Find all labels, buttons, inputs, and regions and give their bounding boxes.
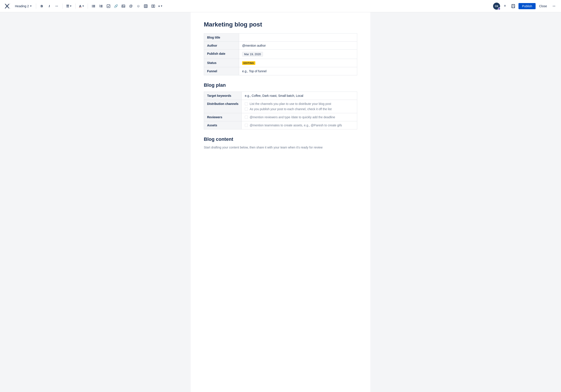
checkbox-row-4: @mention teammates to create assets, e.g… (245, 124, 354, 127)
svg-point-2 (92, 6, 93, 6)
table-value-funnel[interactable]: e.g., Top of funnel (239, 67, 357, 75)
close-button[interactable]: Close (537, 3, 549, 9)
toolbar-divider-2 (63, 3, 63, 9)
table-value-publish-date[interactable]: Mar 19, 2020 (239, 50, 357, 59)
svg-rect-20 (152, 5, 153, 7)
text-color-dropdown[interactable]: A ▼ (78, 3, 86, 10)
avatar-badge (498, 7, 500, 10)
blog-plan-table: Target keywords e.g., Coffee, Dark roast… (204, 92, 357, 129)
checkbox-row-3: @mention reviewers and type /date to qui… (245, 116, 354, 119)
table-label-funnel: Funnel (204, 67, 239, 75)
toolbar-divider-4 (88, 3, 88, 9)
publish-button[interactable]: Publish (518, 3, 536, 9)
blog-content-section: Blog content Start drafting your content… (204, 137, 357, 149)
task-list-button[interactable] (105, 3, 112, 10)
table-label-author: Author (204, 42, 239, 50)
align-dropdown[interactable]: ☰ ▼ (65, 3, 73, 10)
checkbox-label-3: @mention reviewers and type /date to qui… (250, 116, 335, 119)
table-row: Funnel e.g., Top of funnel (204, 67, 357, 75)
chevron-down-icon: ▼ (30, 5, 32, 7)
page-title: Marketing blog post (204, 21, 357, 28)
main-content: Marketing blog post Blog title Author @m… (191, 12, 370, 392)
table-row: Assets @mention teammates to create asse… (204, 121, 357, 129)
svg-rect-7 (100, 5, 103, 5)
svg-rect-15 (144, 5, 147, 8)
table-value-distribution: List the channels you plan to use to dis… (242, 100, 357, 113)
toolbar-right: CK + Publish Close ··· (493, 3, 558, 10)
image-button[interactable] (120, 3, 127, 10)
blog-content-description: Start drafting your content below, then … (204, 146, 357, 149)
table-value-reviewers: @mention reviewers and type /date to qui… (242, 113, 357, 121)
table-label-publish-date: Publish date (204, 50, 239, 59)
svg-rect-21 (153, 5, 155, 7)
info-table: Blog title Author @mention author Publis… (204, 33, 357, 75)
checkbox-4[interactable] (245, 124, 248, 127)
table-label-status: Status (204, 59, 239, 67)
table-value-assets: @mention teammates to create assets, e.g… (242, 121, 357, 129)
svg-rect-24 (512, 6, 514, 8)
chevron-down-icon-align: ▼ (70, 5, 72, 7)
numbered-list-button[interactable]: 1.2.3. (97, 3, 105, 10)
table-label-target-keywords: Target keywords (204, 92, 242, 100)
table-row: Reviewers @mention reviewers and type /d… (204, 113, 357, 121)
chevron-down-icon-color: ▼ (82, 5, 84, 7)
checkbox-label-2: As you publish your post to each channel… (250, 107, 332, 111)
status-badge[interactable]: EDITING (242, 61, 255, 65)
text-format-group: B I ··· (38, 3, 60, 10)
chevron-down-icon-plus: ▼ (161, 5, 162, 7)
toolbar: Heading 2 ▼ B I ··· ☰ ▼ A ▼ 1.2.3. 🔗 (0, 0, 561, 12)
svg-rect-1 (93, 5, 95, 5)
columns-button[interactable] (150, 3, 157, 10)
app-logo[interactable] (3, 3, 11, 10)
insert-plus-dropdown[interactable]: + ▼ (157, 3, 163, 10)
blog-plan-heading: Blog plan (204, 82, 357, 88)
table-button[interactable] (142, 3, 149, 10)
svg-text:3.: 3. (99, 6, 100, 7)
more-options-button[interactable]: ··· (550, 3, 558, 10)
toolbar-divider-1 (36, 3, 36, 9)
checkbox-3[interactable] (245, 116, 248, 119)
italic-button[interactable]: I (46, 3, 53, 10)
emoji-button[interactable]: ☺ (135, 3, 142, 10)
blog-content-heading: Blog content (204, 137, 357, 142)
svg-rect-9 (100, 6, 103, 6)
svg-point-0 (92, 5, 93, 5)
table-value-status[interactable]: EDITING (239, 59, 357, 67)
table-label-distribution: Distribution channels (204, 100, 242, 113)
table-row: Author @mention author (204, 42, 357, 50)
insert-group: 1.2.3. 🔗 @ ☺ + ▼ (90, 3, 163, 10)
bold-button[interactable]: B (38, 3, 45, 10)
svg-point-4 (92, 7, 93, 7)
table-row: Status EDITING (204, 59, 357, 67)
table-label-assets: Assets (204, 121, 242, 129)
svg-rect-3 (93, 6, 95, 6)
table-row: Blog title (204, 33, 357, 42)
table-value-target-keywords[interactable]: e.g., Coffee, Dark roast, Small batch, L… (242, 92, 357, 100)
date-badge[interactable]: Mar 19, 2020 (242, 52, 263, 56)
table-value-author[interactable]: @mention author (239, 42, 357, 50)
checkbox-label-1: List the channels you plan to use to dis… (250, 102, 331, 106)
table-row: Target keywords e.g., Coffee, Dark roast… (204, 92, 357, 100)
table-label-blog-title: Blog title (204, 33, 239, 42)
checkbox-1[interactable] (245, 102, 248, 105)
heading-style-dropdown[interactable]: Heading 2 ▼ (13, 3, 34, 9)
checkbox-row-1: List the channels you plan to use to dis… (245, 102, 354, 106)
more-text-button[interactable]: ··· (53, 3, 60, 10)
table-row: Distribution channels List the channels … (204, 100, 357, 113)
user-avatar[interactable]: CK (493, 3, 500, 10)
save-button[interactable] (510, 3, 517, 10)
table-value-blog-title[interactable] (239, 33, 357, 42)
checkbox-row-2: As you publish your post to each channel… (245, 107, 354, 111)
checkbox-label-4: @mention teammates to create assets, e.g… (250, 124, 342, 127)
bullet-list-button[interactable] (90, 3, 97, 10)
mention-button[interactable]: @ (127, 3, 134, 10)
svg-rect-11 (100, 7, 103, 7)
add-collaborator-button[interactable]: + (502, 3, 508, 9)
svg-rect-12 (107, 5, 110, 8)
checkbox-2[interactable] (245, 107, 248, 111)
svg-rect-5 (93, 7, 95, 7)
table-label-reviewers: Reviewers (204, 113, 242, 121)
link-button[interactable]: 🔗 (112, 3, 119, 10)
table-row: Publish date Mar 19, 2020 (204, 50, 357, 59)
